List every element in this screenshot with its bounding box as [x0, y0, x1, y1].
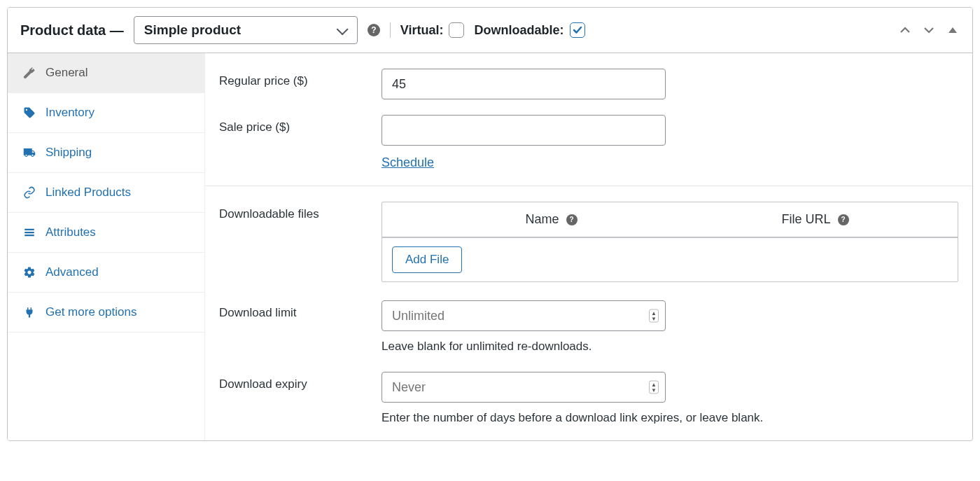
chevron-down-icon	[337, 27, 348, 34]
sale-price-input[interactable]	[382, 115, 666, 146]
sale-price-label: Sale price ($)	[219, 115, 382, 134]
move-up-icon[interactable]	[898, 25, 912, 35]
sidebar-item-get-more-options[interactable]: Get more options	[8, 293, 204, 333]
col-name-label: Name	[525, 212, 559, 227]
help-icon[interactable]: ?	[368, 24, 380, 36]
sidebar-item-advanced[interactable]: Advanced	[8, 253, 204, 293]
download-expiry-row: Download expiry ▲▼ Enter the number of d…	[205, 369, 972, 440]
link-icon	[23, 186, 36, 199]
downloadable-files-row: Downloadable files Name ? File URL ?	[205, 186, 972, 298]
sidebar-item-attributes[interactable]: Attributes	[8, 213, 204, 253]
virtual-checkbox[interactable]	[449, 22, 464, 38]
sidebar-item-shipping[interactable]: Shipping	[8, 133, 204, 173]
sidebar-item-general[interactable]: General	[8, 53, 204, 93]
help-icon[interactable]: ?	[838, 214, 849, 225]
product-type-value: Simple product	[144, 22, 241, 38]
plug-icon	[23, 306, 36, 319]
collapse-icon[interactable]	[946, 25, 960, 35]
panel-header: Product data — Simple product ? Virtual:…	[8, 8, 972, 53]
col-url-label: File URL	[781, 212, 830, 227]
sidebar-item-linked-products[interactable]: Linked Products	[8, 173, 204, 213]
sale-price-row: Sale price ($) Schedule	[205, 115, 972, 186]
product-type-select[interactable]: Simple product	[134, 16, 358, 44]
move-down-icon[interactable]	[922, 25, 936, 35]
download-limit-row: Download limit ▲▼ Leave blank for unlimi…	[205, 298, 972, 369]
list-icon	[23, 226, 36, 239]
product-data-panel: Product data — Simple product ? Virtual:…	[7, 7, 973, 441]
download-limit-input[interactable]	[382, 300, 666, 331]
download-expiry-help: Enter the number of days before a downlo…	[382, 411, 958, 425]
sidebar-item-label: Attributes	[46, 225, 96, 239]
sidebar-item-inventory[interactable]: Inventory	[8, 93, 204, 133]
content: Regular price ($) Sale price ($) Schedul…	[205, 53, 972, 440]
sidebar-item-label: Advanced	[46, 265, 99, 279]
downloadable-checkbox[interactable]	[570, 22, 585, 38]
download-limit-help: Leave blank for unlimited re-downloads.	[382, 340, 958, 354]
separator	[390, 22, 391, 38]
gear-icon	[23, 266, 36, 279]
stepper-icon[interactable]: ▲▼	[649, 381, 659, 394]
sidebar-item-label: Get more options	[46, 305, 136, 319]
sidebar-item-label: Inventory	[46, 106, 94, 120]
sidebar-item-label: Shipping	[46, 146, 92, 160]
sidebar-item-label: Linked Products	[46, 186, 131, 200]
add-file-button[interactable]: Add File	[392, 246, 462, 273]
wrench-icon	[23, 67, 36, 79]
help-icon[interactable]: ?	[566, 214, 578, 225]
panel-title: Product data —	[20, 22, 124, 39]
download-expiry-input[interactable]	[382, 372, 666, 403]
regular-price-label: Regular price ($)	[219, 69, 382, 88]
panel-toggle-icons	[898, 25, 960, 35]
stepper-icon[interactable]: ▲▼	[649, 309, 659, 323]
downloadable-files-label: Downloadable files	[219, 202, 382, 221]
schedule-link[interactable]: Schedule	[382, 155, 434, 170]
files-table-header: Name ? File URL ?	[382, 202, 958, 238]
tag-icon	[23, 106, 36, 119]
sidebar: General Inventory Shipping Linked Produc…	[8, 53, 205, 440]
sidebar-item-label: General	[46, 66, 88, 80]
download-expiry-label: Download expiry	[219, 372, 382, 391]
regular-price-input[interactable]	[382, 69, 666, 99]
regular-price-row: Regular price ($)	[205, 53, 972, 115]
downloadable-files-table: Name ? File URL ? Add File	[382, 202, 958, 282]
downloadable-label[interactable]: Downloadable:	[474, 22, 584, 38]
truck-icon	[23, 146, 36, 159]
download-limit-label: Download limit	[219, 300, 382, 320]
virtual-label[interactable]: Virtual:	[400, 22, 465, 38]
